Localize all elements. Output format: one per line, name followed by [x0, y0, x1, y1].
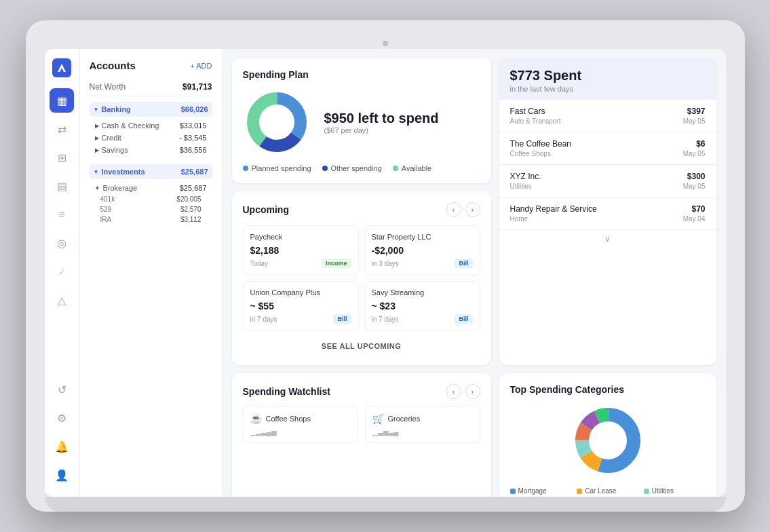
sidebar: ▦ ⇄ ⊞ ▤ ≡ ◎ ⟋ △ ↺	[45, 49, 80, 497]
account-group-investments: ▼ Investments $25,687 ▼ Brokerage $25,68…	[90, 164, 212, 225]
savings-label: ▶ Savings	[95, 146, 128, 154]
account-item-credit[interactable]: ▶ Credit - $3,545	[90, 132, 212, 144]
accounts-panel: Accounts + ADD Net Worth $91,713 ▼ Banki…	[80, 49, 223, 497]
recent-sub: in the last few days	[510, 85, 706, 93]
mortgage-dot	[510, 489, 516, 494]
account-item-cash[interactable]: ▶ Cash & Checking $33,015	[90, 119, 212, 132]
upcoming-item-paycheck[interactable]: Paycheck $2,188 Today Income	[243, 225, 359, 276]
svg-point-12	[590, 423, 625, 458]
watchlist-next[interactable]: ›	[465, 384, 480, 399]
sidebar-item-settings[interactable]: ⚙	[50, 406, 74, 430]
cat-mortgage: Mortgage $2,000	[510, 487, 572, 497]
sidebar-item-budget[interactable]: ▤	[50, 174, 74, 198]
watchlist-prev[interactable]: ‹	[446, 384, 461, 399]
banking-label: ▼ Banking	[94, 105, 131, 113]
spending-plan-title: Spending Plan	[243, 69, 480, 80]
brokerage-value: $25,687	[180, 184, 207, 192]
chevron-down-icon: ▼	[94, 169, 99, 175]
analytics-icon: ◎	[57, 237, 66, 250]
account-item-savings[interactable]: ▶ Savings $36,556	[90, 144, 212, 156]
notifications-icon: 🔔	[55, 440, 69, 453]
upcoming-item-star-property[interactable]: Star Property LLC -$2,000 in 3 days Bill	[364, 225, 480, 276]
cash-label: ▶ Cash & Checking	[95, 121, 159, 130]
accounts-title: Accounts	[90, 60, 136, 71]
spending-plan-content: $950 left to spend ($67 per day)	[243, 88, 480, 156]
dashboard-icon: ▦	[57, 94, 67, 107]
legend-planned: Planned spending	[243, 164, 311, 172]
net-worth-row: Net Worth $91,713	[90, 78, 212, 96]
table-row[interactable]: The Coffee Bean Coffee Shops $6 May 05	[499, 132, 716, 165]
reports-icon: ≡	[58, 208, 64, 221]
spending-amount-block: $950 left to spend ($67 per day)	[324, 111, 439, 134]
sidebar-item-reports[interactable]: ≡	[50, 202, 74, 227]
cat-car-lease: Car Lease $397	[577, 487, 638, 497]
watchlist-header: Spending Watchlist ‹ ›	[243, 384, 480, 399]
trends-icon: ⟋	[57, 266, 66, 277]
main-content: Accounts + ADD Net Worth $91,713 ▼ Banki…	[80, 49, 726, 497]
budget-icon: ▤	[57, 180, 67, 193]
prev-arrow[interactable]: ‹	[446, 202, 461, 217]
sidebar-item-analytics[interactable]: ◎	[50, 231, 74, 255]
chevron-down-icon-small: ▼	[95, 185, 100, 191]
other-dot	[322, 166, 328, 171]
upcoming-grid: Paycheck $2,188 Today Income Star Proper…	[243, 225, 480, 331]
transaction-list: Fast Cars Auto & Transport $397 May 05 T…	[499, 100, 716, 248]
investments-group-header[interactable]: ▼ Investments $25,687	[90, 164, 212, 179]
watchlist-bars-groceries: ▁▃▅▃▄	[372, 428, 473, 436]
watchlist-item-groceries[interactable]: 🛒 Groceries ▁▃▅▃▄	[365, 406, 480, 443]
banking-total: $66,026	[181, 105, 208, 113]
account-item-brokerage[interactable]: ▼ Brokerage $25,687	[90, 182, 212, 194]
table-row[interactable]: Handy Repair & Service Home $70 May 04	[499, 197, 716, 230]
legend-other: Other spending	[322, 164, 382, 172]
recent-header: $773 Spent in the last few days	[499, 58, 716, 100]
spending-donut-chart	[243, 88, 311, 156]
spending-sub: ($67 per day)	[324, 126, 439, 134]
investments-total: $25,687	[181, 168, 208, 176]
settings-icon: ⚙	[57, 412, 66, 425]
sidebar-item-notifications[interactable]: 🔔	[50, 434, 74, 459]
account-sub-529: 529 $2,570	[90, 204, 212, 214]
upcoming-item-union[interactable]: Union Company Plus ~ $55 in 7 days Bill	[243, 281, 359, 331]
groceries-icon: 🛒	[372, 413, 384, 424]
expand-icon[interactable]: ∨	[499, 230, 716, 248]
accounts-header: Accounts + ADD	[90, 60, 212, 71]
watchlist-bars-coffee: ▁▂▃▄▅	[250, 428, 351, 436]
coffee-icon: ☕	[250, 413, 262, 424]
sidebar-item-profile[interactable]: 👤	[50, 463, 74, 487]
sidebar-item-transactions[interactable]: ⇄	[50, 117, 74, 141]
table-row[interactable]: XYZ Inc. Utilities $300 May 05	[499, 165, 716, 197]
watchlist-item-coffee[interactable]: ☕ Coffee Shops ▁▂▃▄▅	[243, 406, 358, 443]
chevron-right-icon: ▶	[95, 135, 99, 141]
app-logo	[52, 58, 71, 77]
net-worth-label: Net Worth	[90, 82, 126, 92]
transactions-icon: ⇄	[58, 123, 66, 136]
banking-group-header[interactable]: ▼ Banking $66,026	[90, 102, 212, 117]
legend-available: Available	[393, 164, 431, 172]
camera	[383, 41, 388, 46]
spending-watchlist-card: Spending Watchlist ‹ › ☕ Coffee Shops	[232, 373, 491, 497]
sidebar-item-trends[interactable]: ⟋	[50, 259, 74, 284]
accounts-icon: ⊞	[58, 151, 66, 164]
watchlist-nav: ‹ ›	[446, 384, 480, 399]
dashboard: Spending Plan	[223, 49, 726, 497]
bill-badge: Bill	[455, 259, 472, 268]
sidebar-item-refresh[interactable]: ↺	[50, 377, 74, 402]
table-row[interactable]: Fast Cars Auto & Transport $397 May 05	[499, 100, 716, 132]
account-sub-401k: 401k $20,005	[90, 194, 212, 204]
recent-transactions-card: $773 Spent in the last few days Fast Car…	[499, 58, 716, 365]
bill-badge-3: Bill	[455, 314, 472, 324]
sidebar-item-dashboard[interactable]: ▦	[50, 88, 74, 113]
bill-badge-2: Bill	[333, 314, 351, 324]
investments-label: ▼ Investments	[94, 168, 145, 176]
see-all-upcoming-button[interactable]: SEE ALL UPCOMING	[243, 338, 480, 354]
sidebar-item-goals[interactable]: △	[50, 288, 74, 312]
upcoming-title: Upcoming	[243, 204, 289, 215]
next-arrow[interactable]: ›	[465, 202, 480, 217]
upcoming-item-savy[interactable]: Savy Streaming ~ $23 in 7 days Bill	[364, 281, 480, 331]
categories-donut-chart	[510, 403, 706, 478]
cat-utilities: Utilities $300	[644, 487, 706, 497]
sidebar-item-accounts[interactable]: ⊞	[50, 145, 74, 170]
savings-value: $36,556	[180, 146, 207, 154]
watchlist-grid: ☕ Coffee Shops ▁▂▃▄▅ 🛒 Groceries ▁▃▅▃▄	[243, 406, 480, 443]
add-account-button[interactable]: + ADD	[190, 62, 212, 70]
